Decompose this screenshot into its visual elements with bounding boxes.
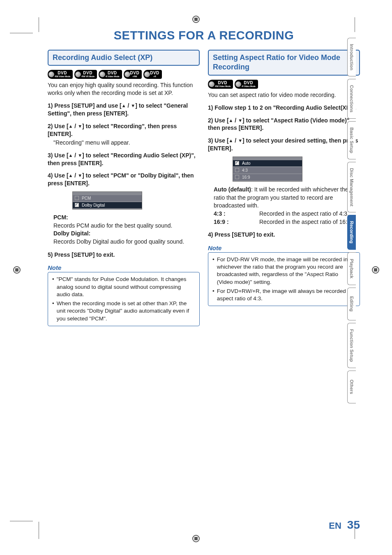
crop-mark: [10, 33, 33, 33]
tab-basic-setup[interactable]: Basic Setup: [347, 121, 356, 159]
menu-row-pcm: PCM: [73, 195, 142, 201]
note-box-right: •For DVD-RW VR mode, the image will be r…: [208, 252, 360, 306]
crop-mark: [10, 521, 33, 521]
print-mark-bottom: [192, 535, 200, 542]
note-item: •"PCM" stands for Pulse Code Modulation.…: [52, 276, 195, 298]
pcm-desc: Records PCM audio for the best quality s…: [53, 222, 200, 230]
pcm-definition: PCM: Records PCM audio for the best qual…: [53, 214, 200, 246]
checkbox-checked-icon: [235, 161, 239, 165]
dvd-badge: DVD-R Video Mode: [99, 70, 122, 79]
note-heading: Note: [48, 264, 200, 271]
note-box-left: •"PCM" stands for Pulse Code Modulation.…: [48, 272, 200, 326]
checkbox-icon: [75, 196, 79, 200]
dolby-desc: Records Dolby Digital audio for good qua…: [53, 238, 200, 246]
step-4: 4) Press [SETUP] to exit.: [208, 231, 360, 239]
step-2: 2) Use [▲ / ▼] to select "Aspect Ratio (…: [208, 117, 360, 132]
language-code: EN: [329, 520, 341, 531]
dvd-badge: DVD-RW VR Mode: [74, 70, 97, 79]
intro-text: You can enjoy high quality sound recordi…: [48, 81, 200, 97]
page-content: SETTINGS FOR A RECORDING Recording Audio…: [48, 29, 360, 534]
dvd-badge: DVD-RW Video Mode: [48, 70, 73, 79]
step-3: 3) Use [▲ / ▼] to select your desired se…: [208, 137, 360, 152]
print-mark-top: [192, 16, 200, 23]
aspect-definitions: Auto (default): It will be recorded with…: [214, 186, 360, 226]
menu-row-169: 16:9: [233, 174, 302, 180]
page-title: SETTINGS FOR A RECORDING: [48, 29, 360, 42]
page-footer: EN 35: [329, 518, 360, 532]
crop-mark: [39, 522, 39, 539]
dvd-badge: DVD-RW Video Mode: [208, 80, 233, 89]
dolby-label: Dolby Digital:: [53, 230, 200, 238]
left-column: Recording Audio Select (XP) DVD-RW Video…: [48, 50, 200, 326]
def-169: 16:9 : Recorded in the aspect ratio of 1…: [214, 218, 360, 226]
step-2: 2) Use [▲ / ▼] to select "Recording", th…: [48, 122, 200, 138]
dvd-badge: DVD+R: [143, 70, 162, 79]
step-4: 4) Use [▲ / ▼] to select "PCM" or "Dolby…: [48, 172, 200, 187]
pcm-label: PCM:: [53, 214, 200, 222]
tab-introduction[interactable]: Introduction: [347, 38, 356, 76]
note-item: •When the recording mode is set at other…: [52, 300, 195, 322]
step-5: 5) Press [SETUP] to exit.: [48, 251, 200, 259]
tab-function-setup[interactable]: Function Setup: [347, 323, 356, 368]
crop-mark: [39, 17, 39, 32]
def-auto: Auto (default): It will be recorded with…: [214, 186, 360, 210]
print-mark-right: [372, 266, 379, 274]
right-column: Setting Aspect Ratio for Video Mode Reco…: [208, 50, 360, 326]
note-item: •For DVD+RW/+R, the image will always be…: [212, 288, 355, 302]
menu-row-dolby: Dolby Digital: [73, 202, 142, 208]
tab-connections[interactable]: Connections: [347, 79, 356, 119]
step-1: 1) Follow step 1 to 2 on "Recording Audi…: [208, 104, 360, 112]
page-number: 35: [347, 518, 360, 532]
def-43: 4:3 : Recorded in the aspect ratio of 4:…: [214, 210, 360, 218]
section-heading-aspect-ratio: Setting Aspect Ratio for Video Mode Reco…: [208, 50, 360, 76]
dvd-badges-left: DVD-RW Video Mode DVD-RW VR Mode DVD-R V…: [48, 70, 200, 79]
checkbox-icon: [235, 168, 239, 172]
dvd-badge: DVD+RW: [124, 70, 142, 79]
menu-row-auto: Auto: [233, 160, 302, 166]
step-2-sub: "Recording" menu will appear.: [53, 139, 200, 147]
note-heading: Note: [208, 244, 360, 251]
checkbox-checked-icon: [75, 203, 79, 207]
side-tabs: Introduction Connections Basic Setup Dis…: [347, 38, 356, 403]
tab-editing[interactable]: Editing: [347, 288, 356, 320]
tab-disc-management[interactable]: Disc Management: [347, 162, 356, 213]
step-3: 3) Use [▲ / ▼] to select "Recording Audi…: [48, 152, 200, 167]
dvd-badges-right: DVD-RW Video Mode DVD-R Video Mode: [208, 80, 360, 89]
step-1: 1) Press [SETUP] and use [▲ / ▼] to sele…: [48, 102, 200, 117]
intro-text: You can set aspect ratio for video mode …: [208, 91, 360, 99]
tab-others[interactable]: Others: [347, 371, 356, 403]
osd-menu-aspect: Auto 4:3 16:9: [233, 157, 302, 182]
tab-playback[interactable]: Playback: [347, 252, 356, 285]
tab-recording[interactable]: Recording: [347, 215, 356, 249]
two-column-layout: Recording Audio Select (XP) DVD-RW Video…: [48, 50, 360, 326]
print-mark-left: [13, 266, 21, 274]
checkbox-icon: [235, 175, 239, 179]
section-heading-audio-select: Recording Audio Select (XP): [48, 50, 200, 66]
menu-row-43: 4:3: [233, 167, 302, 173]
osd-menu-audio: PCM Dolby Digital: [72, 191, 142, 210]
dvd-badge: DVD-R Video Mode: [235, 80, 258, 89]
note-item: •For DVD-RW VR mode, the image will be r…: [212, 256, 355, 286]
